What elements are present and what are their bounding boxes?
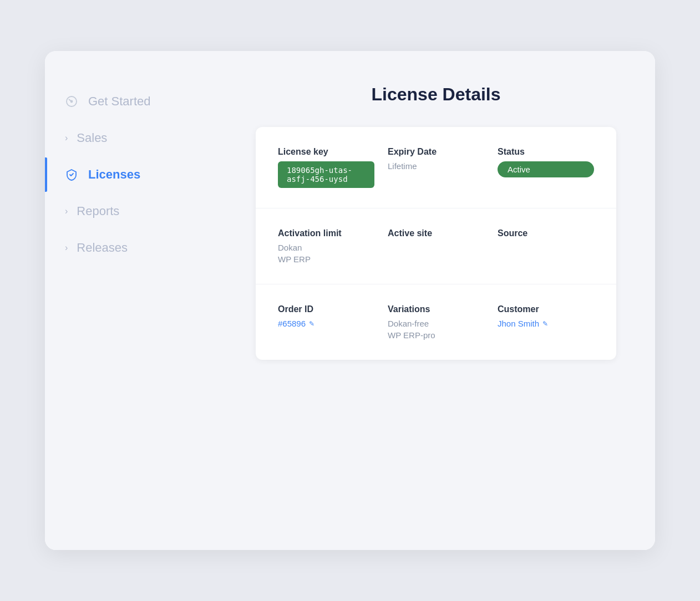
- variations-field: Variations Dokan-free WP ERP-pro: [388, 304, 484, 340]
- sidebar-item-releases[interactable]: › Releases: [45, 231, 222, 265]
- expiry-date-value: Lifetime: [388, 161, 484, 171]
- license-key-label: License key: [278, 147, 374, 157]
- order-id-link[interactable]: #65896: [278, 319, 306, 328]
- detail-section-1: License key 189065gh-utas-asfj-456-uysd …: [256, 127, 616, 208]
- sidebar-item-get-started[interactable]: Get Started: [45, 84, 222, 119]
- sidebar: Get Started › Sales Licenses › Reports ›: [45, 51, 222, 550]
- shield-icon: [65, 168, 79, 181]
- expiry-date-label: Expiry Date: [388, 147, 484, 157]
- activation-limit-value-2: WP ERP: [278, 254, 374, 264]
- activation-limit-values: Dokan WP ERP: [278, 243, 374, 264]
- detail-section-3: Order ID #65896 ✎ Variations Dokan-free …: [256, 284, 616, 360]
- chevron-right-icon-sales: ›: [65, 133, 68, 143]
- status-field: Status Active: [498, 147, 594, 188]
- license-key-field: License key 189065gh-utas-asfj-456-uysd: [278, 147, 374, 188]
- page-title: License Details: [256, 84, 616, 105]
- variation-value-1: Dokan-free: [388, 319, 484, 328]
- status-badge: Active: [498, 161, 594, 177]
- status-label: Status: [498, 147, 594, 157]
- activation-limit-label: Activation limit: [278, 228, 374, 238]
- activation-limit-value-1: Dokan: [278, 243, 374, 252]
- customer-edit-icon[interactable]: ✎: [542, 320, 548, 328]
- order-id-label: Order ID: [278, 304, 374, 314]
- sidebar-item-label-get-started: Get Started: [88, 94, 151, 109]
- customer-field: Customer Jhon Smith ✎: [498, 304, 594, 340]
- customer-row: Jhon Smith ✎: [498, 319, 594, 328]
- expiry-date-field: Expiry Date Lifetime: [388, 147, 484, 188]
- order-id-field: Order ID #65896 ✎: [278, 304, 374, 340]
- sidebar-item-sales[interactable]: › Sales: [45, 121, 222, 155]
- speedometer-icon: [65, 95, 79, 108]
- order-id-edit-icon[interactable]: ✎: [309, 320, 315, 328]
- source-field: Source: [498, 228, 594, 264]
- variations-values: Dokan-free WP ERP-pro: [388, 319, 484, 340]
- active-site-field: Active site: [388, 228, 484, 264]
- order-id-row: #65896 ✎: [278, 319, 374, 328]
- active-site-label: Active site: [388, 228, 484, 238]
- sidebar-item-label-releases: Releases: [77, 241, 128, 255]
- main-content: License Details License key 189065gh-uta…: [222, 51, 655, 550]
- sidebar-item-label-reports: Reports: [77, 204, 119, 218]
- app-container: Get Started › Sales Licenses › Reports ›: [45, 51, 655, 550]
- chevron-right-icon-releases: ›: [65, 243, 68, 253]
- detail-section-2: Activation limit Dokan WP ERP Active sit…: [256, 208, 616, 284]
- sidebar-item-licenses[interactable]: Licenses: [45, 157, 222, 192]
- sidebar-item-label-licenses: Licenses: [88, 167, 140, 182]
- activation-limit-field: Activation limit Dokan WP ERP: [278, 228, 374, 264]
- detail-card: License key 189065gh-utas-asfj-456-uysd …: [256, 127, 616, 360]
- license-key-value[interactable]: 189065gh-utas-asfj-456-uysd: [278, 161, 374, 188]
- source-label: Source: [498, 228, 594, 238]
- sidebar-item-label-sales: Sales: [77, 131, 107, 145]
- svg-point-1: [71, 101, 73, 103]
- customer-link[interactable]: Jhon Smith: [498, 319, 539, 328]
- variation-value-2: WP ERP-pro: [388, 330, 484, 340]
- chevron-right-icon-reports: ›: [65, 206, 68, 216]
- variations-label: Variations: [388, 304, 484, 314]
- customer-label: Customer: [498, 304, 594, 314]
- sidebar-item-reports[interactable]: › Reports: [45, 194, 222, 228]
